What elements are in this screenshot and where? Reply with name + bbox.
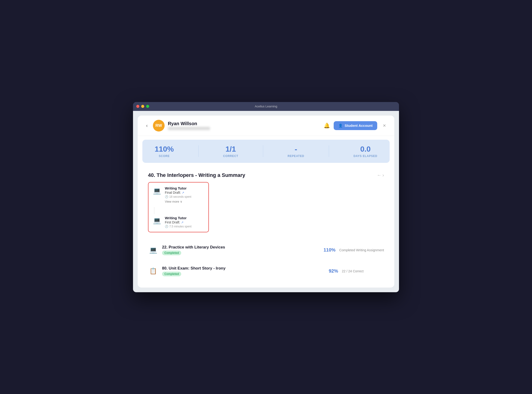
lesson-row-detail-1: 22 / 24 Correct — [342, 269, 384, 273]
lesson-row-icon-1: 📋 — [148, 266, 158, 276]
notification-bell-button[interactable]: 🔔 — [324, 123, 330, 129]
user-name: Ryan Willson — [168, 121, 210, 126]
lesson-row-title-0: 22. Practice with Literary Devices — [162, 245, 318, 250]
stat-repeated: - REPEATED — [288, 145, 304, 158]
stat-divider-2 — [263, 145, 263, 157]
nav-forward-arrow[interactable]: › — [382, 172, 384, 178]
stat-divider-1 — [198, 145, 199, 157]
lesson-entry-final-draft: 💻 Writing Tutor Final Draft: ↗ 🕐 18 seco… — [152, 186, 205, 203]
repeated-value: - — [288, 145, 304, 154]
lesson-row-score-1: 92% — [324, 268, 338, 274]
stat-correct: 1/1 CORRECT — [223, 145, 238, 158]
lesson-row-info-1: 80. Unit Exam: Short Story - Irony Compl… — [162, 266, 320, 276]
lesson-info-1: Writing Tutor Final Draft: ↗ 🕐 18 second… — [165, 186, 205, 203]
score-value: 110% — [155, 145, 174, 154]
lesson-row-info-0: 22. Practice with Literary Devices Compl… — [162, 245, 318, 255]
correct-value: 1/1 — [223, 145, 238, 154]
clock-icon-1: 🕐 — [165, 195, 168, 198]
stat-divider-3 — [329, 145, 329, 157]
header: ‹ RW Ryan Willson 🔔 👤 Student Account × — [138, 116, 394, 136]
lesson-title: 40. The Interlopers - Writing a Summary — [148, 172, 245, 178]
lesson-row-detail-0: Completed Writing Assignment — [339, 248, 384, 252]
lesson-title-row: 40. The Interlopers - Writing a Summary … — [148, 172, 384, 178]
days-label: DAYS ELAPSED — [353, 154, 377, 158]
clock-icon-2: 🕐 — [165, 225, 168, 228]
entry-divider — [154, 207, 154, 214]
lesson-entry-first-draft: 💻 Writing Tutor First Draft: ↗ 🕐 7.5 min… — [152, 216, 205, 228]
minimize-traffic-light[interactable] — [141, 105, 144, 108]
lesson-info-2: Writing Tutor First Draft: ↗ 🕐 7.5 minut… — [165, 216, 205, 228]
correct-label: CORRECT — [223, 154, 238, 158]
close-traffic-light[interactable] — [136, 105, 139, 108]
entry1-title: Writing Tutor — [165, 186, 205, 190]
window-title: Acellus Learning — [255, 105, 277, 108]
completed-badge-0: Completed — [162, 251, 181, 255]
completed-badge-1: Completed — [162, 272, 181, 276]
window-frame: Acellus Learning ‹ RW Ryan Willson 🔔 👤 S… — [133, 102, 399, 292]
entry1-subtitle: Final Draft: ↗ — [165, 191, 205, 194]
lesson-row-icon-0: 💻 — [148, 245, 158, 255]
lesson-row-0: 💻 22. Practice with Literary Devices Com… — [142, 241, 390, 259]
back-button[interactable]: ‹ — [144, 122, 150, 129]
close-button[interactable]: × — [381, 122, 388, 130]
entry1-time: 🕐 18 seconds spent — [165, 195, 205, 198]
main-card: ‹ RW Ryan Willson 🔔 👤 Student Account × — [138, 116, 394, 288]
person-icon: 👤 — [338, 124, 343, 128]
repeated-label: REPEATED — [288, 154, 304, 158]
content-area: 40. The Interlopers - Writing a Summary … — [138, 166, 394, 288]
entry2-title: Writing Tutor — [165, 216, 205, 220]
title-bar: Acellus Learning — [133, 102, 399, 111]
writing-tutor-icon-1: 💻 — [152, 186, 162, 196]
lesson-row-1: 📋 80. Unit Exam: Short Story - Irony Com… — [142, 262, 390, 280]
writing-tutor-icon-2: 💻 — [152, 216, 162, 225]
lesson-row-title-1: 80. Unit Exam: Short Story - Irony — [162, 266, 320, 271]
external-link-icon-2[interactable]: ↗ — [181, 221, 184, 224]
chevron-down-icon: ∨ — [180, 200, 182, 203]
header-right: 🔔 👤 Student Account × — [324, 121, 388, 130]
entry2-subtitle: First Draft: ↗ — [165, 220, 205, 224]
stats-bar: 110% SCORE 1/1 CORRECT - REPEATED 0.0 DA… — [142, 140, 390, 163]
user-meta — [168, 127, 210, 130]
entry2-time: 🕐 7.5 minutes spent — [165, 225, 205, 228]
window-content: ‹ RW Ryan Willson 🔔 👤 Student Account × — [133, 111, 399, 292]
score-label: SCORE — [155, 154, 174, 158]
student-account-label: Student Account — [345, 124, 373, 128]
nav-back-arrow[interactable]: ← — [377, 172, 381, 178]
nav-arrows: ← › — [377, 172, 384, 178]
student-account-button[interactable]: 👤 Student Account — [334, 121, 377, 130]
traffic-lights — [136, 105, 149, 108]
main-lesson-section: 40. The Interlopers - Writing a Summary … — [142, 166, 390, 238]
stat-score: 110% SCORE — [155, 145, 174, 158]
days-value: 0.0 — [353, 145, 377, 154]
lesson-detail-box: 💻 Writing Tutor Final Draft: ↗ 🕐 18 seco… — [148, 182, 209, 232]
user-info: Ryan Willson — [168, 121, 210, 130]
fullscreen-traffic-light[interactable] — [146, 105, 149, 108]
avatar: RW — [153, 120, 165, 131]
lesson-row-score-0: 110% — [321, 247, 336, 253]
view-more-button[interactable]: View more ∨ — [165, 200, 205, 203]
external-link-icon-1[interactable]: ↗ — [182, 191, 184, 194]
stat-days: 0.0 DAYS ELAPSED — [353, 145, 377, 158]
